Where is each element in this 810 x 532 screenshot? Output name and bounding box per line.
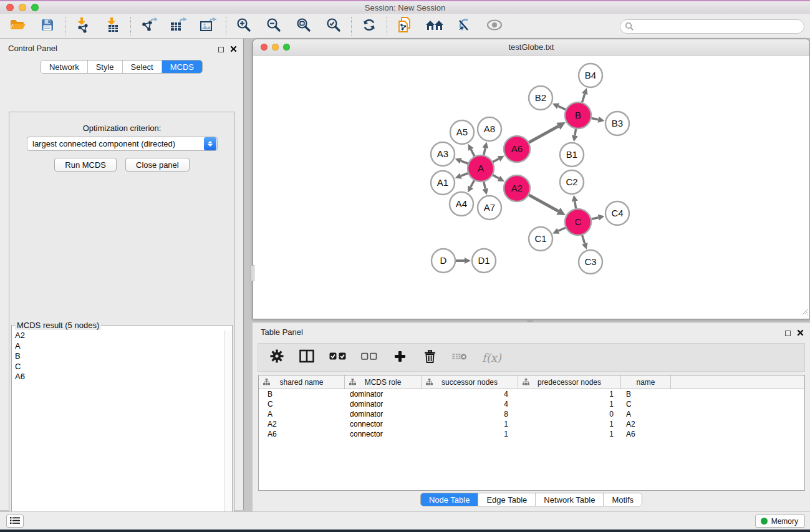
graph-node-label: A4 <box>456 198 467 209</box>
column-header-name[interactable]: name <box>621 375 671 389</box>
edge-C-C4[interactable] <box>591 218 598 220</box>
close-panel-button[interactable]: Close panel <box>125 158 190 172</box>
network-zoom-button[interactable] <box>283 44 290 51</box>
import-table-button[interactable] <box>104 17 122 35</box>
column-header-shared-name[interactable]: shared name <box>259 375 345 389</box>
result-scrollbar[interactable] <box>224 331 232 532</box>
task-history-button[interactable] <box>6 515 24 528</box>
network-canvas[interactable]: B4B2BB3A5A8A6B1A3AA1C2A2A4A7C4CC1C3DD1 <box>253 56 809 319</box>
table-row[interactable]: A6connector11A6 <box>259 429 804 439</box>
table-row[interactable]: Bdominator41B <box>259 389 804 399</box>
toggle-graphics-details-button[interactable] <box>456 17 473 35</box>
edge-A-A6[interactable] <box>493 159 498 162</box>
result-item[interactable]: A6 <box>12 372 223 382</box>
create-column-button[interactable] <box>392 349 407 366</box>
export-network-button[interactable] <box>140 17 157 35</box>
network-window-titlebar[interactable]: testGlobe.txt <box>253 39 809 56</box>
edge-B-B1[interactable] <box>575 129 576 136</box>
import-network-button[interactable] <box>74 17 92 35</box>
table-row[interactable]: Adominator80A <box>259 409 804 419</box>
delete-column-button[interactable] <box>422 349 437 366</box>
memory-label: Memory <box>771 517 798 526</box>
deselect-all-columns-button[interactable] <box>361 349 377 366</box>
edge-A-A7[interactable] <box>484 181 486 188</box>
graph-node-label: C1 <box>534 233 546 244</box>
cell-predecessor_nodes: 1 <box>518 399 621 409</box>
column-header-successor-nodes[interactable]: successor nodes <box>422 375 518 389</box>
edge-B-B4[interactable] <box>582 94 585 102</box>
show-column-button[interactable] <box>299 349 314 366</box>
graph-node-label: C <box>575 216 582 227</box>
edge-A-A8[interactable] <box>484 148 486 155</box>
tab-network-table[interactable]: Network Table <box>536 493 604 506</box>
tab-network[interactable]: Network <box>41 60 88 73</box>
apply-layout-button[interactable] <box>360 17 378 35</box>
edge-A-A2[interactable] <box>493 175 499 178</box>
table-row[interactable]: Cdominator41C <box>259 399 804 409</box>
edge-C-C1[interactable] <box>558 228 566 231</box>
network-minimize-button[interactable] <box>272 44 279 51</box>
edge-C-C2[interactable] <box>575 201 576 209</box>
zoom-window-button[interactable] <box>31 4 39 11</box>
memory-button[interactable]: Memory <box>755 515 805 528</box>
edge-A-A3[interactable] <box>461 161 468 163</box>
search-input[interactable] <box>620 19 804 34</box>
close-window-button[interactable] <box>6 4 14 11</box>
clone-network-button[interactable] <box>396 17 413 35</box>
delete-table-button[interactable] <box>452 349 467 366</box>
tab-mcds[interactable]: MCDS <box>162 60 202 73</box>
export-table-button[interactable] <box>170 17 187 35</box>
edge-A6-B[interactable] <box>529 126 558 142</box>
tab-node-table[interactable]: Node Table <box>421 493 479 506</box>
tab-select[interactable]: Select <box>123 60 162 73</box>
float-table-panel-icon[interactable] <box>785 331 791 336</box>
minimize-window-button[interactable] <box>19 4 26 11</box>
zoom-out-button[interactable] <box>265 17 282 35</box>
result-item[interactable]: B <box>12 351 223 362</box>
graph-node-label: C3 <box>584 256 596 267</box>
import-network-icon <box>75 17 91 36</box>
run-mcds-button[interactable]: Run MCDS <box>54 158 117 172</box>
zoom-in-button[interactable] <box>235 17 253 35</box>
result-item[interactable]: A2 <box>12 331 223 341</box>
zoom-fit-button[interactable] <box>295 17 312 35</box>
function-builder-button[interactable]: f(x) <box>482 349 501 366</box>
edge-A-A1[interactable] <box>461 173 468 176</box>
table-row[interactable]: A2connector11A2 <box>259 419 804 429</box>
export-image-button[interactable] <box>200 17 217 35</box>
result-item[interactable]: C <box>12 362 223 372</box>
select-all-columns-button[interactable] <box>329 349 346 366</box>
home-button[interactable] <box>426 17 443 35</box>
graph-node-label: B <box>575 110 581 120</box>
cell-name: B <box>621 389 671 399</box>
table-settings-button[interactable] <box>269 349 284 366</box>
cell-shared_name: A2 <box>259 419 345 429</box>
tab-style[interactable]: Style <box>88 60 123 73</box>
network-close-button[interactable] <box>261 44 268 51</box>
cell-successor_nodes: 8 <box>422 409 518 419</box>
column-header-predecessor-nodes[interactable]: predecessor nodes <box>518 375 621 389</box>
open-session-button[interactable] <box>9 17 26 35</box>
cell-shared_name: A6 <box>259 429 345 439</box>
resize-grip-icon[interactable] <box>800 306 808 317</box>
criterion-dropdown[interactable]: largest connected component (directed) <box>27 137 218 151</box>
edge-A-A4[interactable] <box>471 180 475 186</box>
edge-B-B3[interactable] <box>592 118 599 119</box>
close-table-panel-icon[interactable] <box>797 327 804 339</box>
splitter-thumb[interactable] <box>251 265 254 281</box>
column-header-MCDS-role[interactable]: MCDS role <box>345 375 422 389</box>
edge-A-A5[interactable] <box>471 150 475 157</box>
close-panel-icon[interactable] <box>230 44 237 55</box>
toggle-visibility-button[interactable] <box>486 17 503 35</box>
edge-arrowhead <box>482 142 488 148</box>
graph-node-label: B3 <box>612 118 623 128</box>
edge-C-C3[interactable] <box>582 235 585 243</box>
save-session-button[interactable] <box>39 17 56 35</box>
zoom-selected-button[interactable] <box>325 17 342 35</box>
result-item[interactable]: A <box>12 341 223 352</box>
float-panel-icon[interactable] <box>218 47 224 52</box>
edge-B-B2[interactable] <box>558 106 566 110</box>
edge-A2-C[interactable] <box>529 195 558 211</box>
tab-motifs[interactable]: Motifs <box>604 493 642 506</box>
tab-edge-table[interactable]: Edge Table <box>478 493 536 506</box>
